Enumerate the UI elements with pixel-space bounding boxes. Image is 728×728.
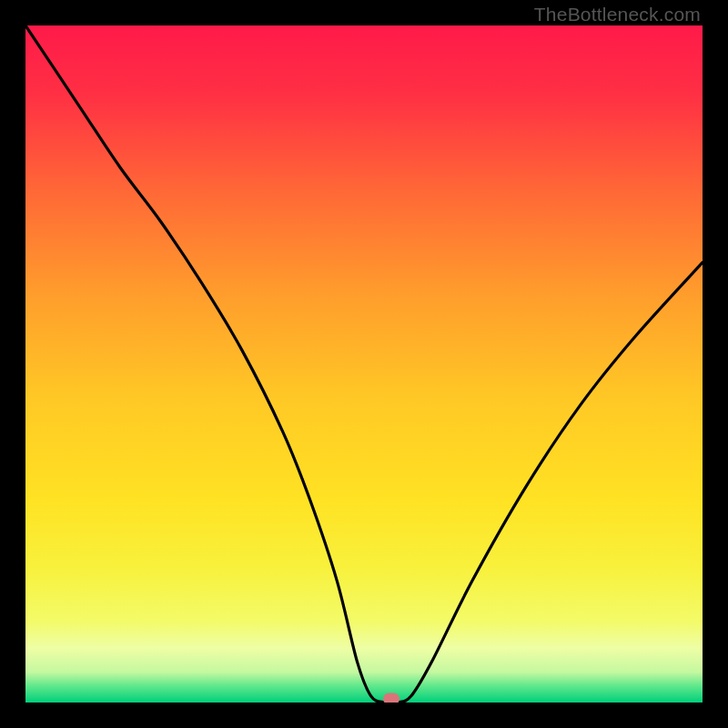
chart-frame: TheBottleneck.com bbox=[0, 0, 728, 728]
optimal-point-marker bbox=[383, 693, 399, 703]
plot-area bbox=[25, 25, 703, 703]
chart-svg bbox=[25, 25, 703, 703]
gradient-background bbox=[25, 25, 703, 703]
watermark-text: TheBottleneck.com bbox=[534, 4, 701, 25]
